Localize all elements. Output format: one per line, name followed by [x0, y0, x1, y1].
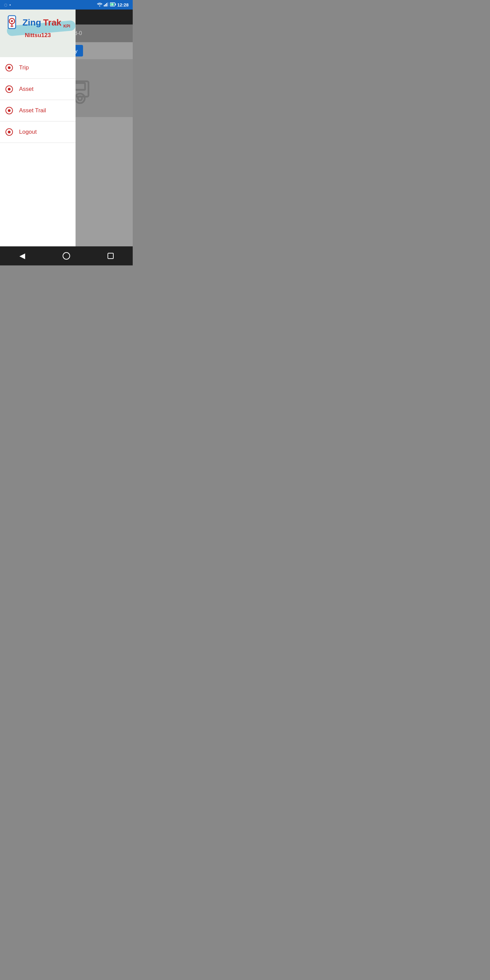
svg-point-24: [11, 20, 13, 22]
username: Nittsu123: [25, 32, 51, 39]
zingtrak-logo-icon: [5, 15, 21, 30]
trip-label: Trip: [19, 64, 29, 71]
status-bar-left: ◌ ▪: [4, 3, 11, 7]
home-button[interactable]: [58, 247, 75, 264]
wifi-icon: [97, 2, 102, 7]
svg-point-17: [75, 94, 85, 103]
sidebar-item-asset-trail[interactable]: Asset Trail: [0, 100, 76, 121]
logout-label: Logout: [19, 129, 37, 135]
drawer-header: Zing Trak KPI Nittsu123: [0, 10, 76, 57]
svg-point-26: [63, 253, 70, 259]
recent-button[interactable]: [102, 247, 119, 264]
asset-label: Asset: [19, 86, 34, 92]
clock: 12:28: [118, 2, 129, 8]
sim-icon: ▪: [10, 3, 11, 7]
svg-rect-3: [106, 3, 107, 6]
asset-trail-radio-icon: [5, 107, 13, 115]
logout-radio-icon: [5, 128, 13, 136]
logo-trak: Trak: [43, 18, 62, 28]
sidebar-item-logout[interactable]: Logout: [0, 121, 76, 143]
svg-rect-1: [104, 5, 105, 6]
status-bar: ◌ ▪ 12:28: [0, 0, 133, 10]
signal-icon: [104, 2, 108, 7]
svg-rect-13: [75, 83, 85, 90]
circle-icon: ◌: [4, 3, 8, 7]
svg-rect-6: [115, 4, 116, 5]
logo-area: Zing Trak KPI Nittsu123: [5, 10, 70, 39]
asset-trail-label: Asset Trail: [19, 107, 46, 114]
navigation-drawer: Zing Trak KPI Nittsu123 Trip Asset Asset…: [0, 10, 76, 247]
svg-rect-27: [108, 253, 113, 259]
sidebar-item-asset[interactable]: Asset: [0, 79, 76, 100]
trip-radio-icon: [5, 64, 13, 72]
svg-point-18: [78, 96, 82, 100]
status-bar-right: 12:28: [97, 2, 129, 8]
back-button[interactable]: ◀: [14, 247, 30, 264]
svg-point-0: [99, 5, 100, 6]
menu-items: Trip Asset Asset Trail Logout: [0, 57, 76, 247]
logo-kpi: KPI: [63, 24, 70, 29]
navigation-bar: ◀: [0, 247, 133, 266]
svg-rect-4: [107, 2, 108, 6]
logo-zing: Zing: [22, 18, 41, 28]
logo-row: Zing Trak KPI: [5, 15, 70, 30]
svg-rect-2: [105, 4, 106, 6]
asset-radio-icon: [5, 86, 13, 93]
sidebar-item-trip[interactable]: Trip: [0, 57, 76, 79]
battery-icon: [110, 2, 116, 7]
